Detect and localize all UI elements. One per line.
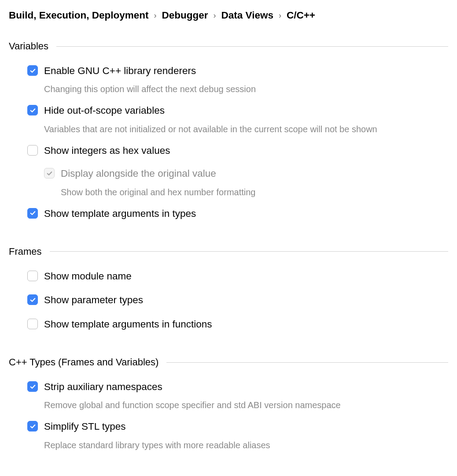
checkbox-show-hex[interactable]	[27, 145, 38, 156]
checkbox-show-parameter-types[interactable]	[27, 294, 38, 305]
divider	[166, 362, 448, 363]
label-strip-namespaces: Strip auxiliary namespaces	[44, 380, 162, 394]
breadcrumb-item[interactable]: Debugger	[162, 10, 208, 21]
label-template-functions: Show template arguments in functions	[44, 318, 212, 331]
checkbox-simplify-stl[interactable]	[27, 421, 38, 431]
checkbox-template-functions[interactable]	[27, 319, 38, 329]
breadcrumb-item[interactable]: Build, Execution, Deployment	[9, 10, 149, 21]
breadcrumb-item[interactable]: C/C++	[287, 10, 315, 21]
section-header-cpp-types: C++ Types (Frames and Variables)	[9, 357, 448, 368]
hint-gnu-renderers: Changing this option will affect the nex…	[44, 83, 448, 95]
section-header-variables: Variables	[9, 41, 448, 52]
label-show-module-name: Show module name	[44, 270, 132, 283]
label-template-types: Show template arguments in types	[44, 207, 196, 220]
divider	[56, 46, 448, 47]
section-title: C++ Types (Frames and Variables)	[9, 357, 158, 368]
hint-hide-out-of-scope: Variables that are not initialized or no…	[44, 123, 448, 135]
label-show-parameter-types: Show parameter types	[44, 294, 143, 307]
label-gnu-renderers: Enable GNU C++ library renderers	[44, 64, 196, 78]
hint-simplify-stl: Replace standard library types with more…	[44, 439, 448, 451]
divider	[50, 251, 448, 252]
hint-strip-namespaces: Remove global and function scope specifi…	[44, 399, 448, 411]
hint-hex-alongside: Show both the original and hex number fo…	[61, 186, 448, 198]
breadcrumb-item[interactable]: Data Views	[221, 10, 273, 21]
breadcrumb: Build, Execution, Deployment › Debugger …	[9, 10, 448, 21]
checkbox-show-module-name[interactable]	[27, 271, 38, 281]
section-header-frames: Frames	[9, 246, 448, 257]
label-hex-alongside: Display alongside the original value	[61, 167, 216, 180]
label-show-hex: Show integers as hex values	[44, 144, 170, 157]
checkbox-hide-out-of-scope[interactable]	[27, 105, 38, 115]
label-hide-out-of-scope: Hide out-of-scope variables	[44, 104, 165, 117]
checkbox-template-types[interactable]	[27, 208, 38, 219]
section-title: Variables	[9, 41, 48, 52]
checkbox-gnu-renderers[interactable]	[27, 65, 38, 76]
label-simplify-stl: Simplify STL types	[44, 420, 125, 433]
checkbox-hex-alongside	[44, 168, 55, 178]
section-title: Frames	[9, 246, 42, 257]
chevron-right-icon: ›	[154, 11, 157, 20]
checkbox-strip-namespaces[interactable]	[27, 381, 38, 392]
chevron-right-icon: ›	[214, 11, 216, 20]
chevron-right-icon: ›	[279, 11, 281, 20]
